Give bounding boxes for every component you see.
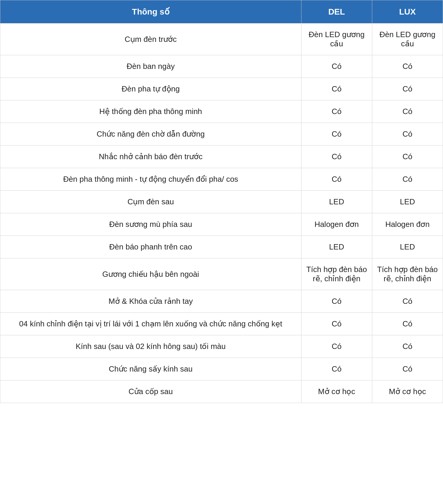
cell-del: Có (301, 123, 372, 146)
cell-del: LED (301, 236, 372, 258)
table-row: Đèn pha thông minh - tự động chuyển đổi … (0, 168, 443, 191)
cell-lux: Có (372, 123, 443, 146)
cell-spec: Gương chiếu hậu bên ngoài (0, 258, 301, 290)
header-spec: Thông số (0, 0, 301, 23)
cell-lux: Có (372, 313, 443, 335)
cell-del: Đèn LED gương cầu (301, 23, 372, 55)
table-row: Cụm đèn trướcĐèn LED gương cầuĐèn LED gư… (0, 23, 443, 55)
table-row: Đèn pha tự độngCóCó (0, 78, 443, 100)
header-row: Thông số DEL LUX (0, 0, 443, 23)
cell-spec: Mở & Khóa cửa rảnh tay (0, 290, 301, 313)
cell-del: Có (301, 55, 372, 78)
cell-lux: Có (372, 358, 443, 380)
cell-spec: Nhắc nhở cảnh báo đèn trước (0, 146, 301, 168)
cell-del: Halogen đơn (301, 213, 372, 236)
cell-lux: LED (372, 191, 443, 213)
table-row: Gương chiếu hậu bên ngoàiTích hợp đèn bá… (0, 258, 443, 290)
cell-del: Có (301, 146, 372, 168)
cell-lux: LED (372, 236, 443, 258)
cell-spec: Đèn pha thông minh - tự động chuyển đổi … (0, 168, 301, 191)
cell-spec: 04 kính chỉnh điện tại vị trí lái với 1 … (0, 313, 301, 335)
table-row: 04 kính chỉnh điện tại vị trí lái với 1 … (0, 313, 443, 335)
cell-lux: Có (372, 100, 443, 123)
table-row: Mở & Khóa cửa rảnh tayCóCó (0, 290, 443, 313)
cell-lux: Có (372, 168, 443, 191)
cell-spec: Cửa cốp sau (0, 380, 301, 403)
cell-lux: Có (372, 335, 443, 358)
cell-lux: Có (372, 78, 443, 100)
cell-del: Mở cơ học (301, 380, 372, 403)
header-del: DEL (301, 0, 372, 23)
cell-lux: Halogen đơn (372, 213, 443, 236)
table-row: Đèn sương mù phía sauHalogen đơnHalogen … (0, 213, 443, 236)
cell-lux: Có (372, 146, 443, 168)
cell-spec: Đèn pha tự động (0, 78, 301, 100)
cell-spec: Đèn ban ngày (0, 55, 301, 78)
cell-spec: Cụm đèn trước (0, 23, 301, 55)
table-row: Cửa cốp sauMở cơ họcMở cơ học (0, 380, 443, 403)
cell-del: Có (301, 358, 372, 380)
table-row: Kính sau (sau và 02 kính hông sau) tối m… (0, 335, 443, 358)
cell-del: Có (301, 78, 372, 100)
cell-del: Có (301, 100, 372, 123)
cell-spec: Chức năng sấy kính sau (0, 358, 301, 380)
cell-del: LED (301, 191, 372, 213)
cell-lux: Đèn LED gương cầu (372, 23, 443, 55)
cell-lux: Có (372, 55, 443, 78)
cell-spec: Cụm đèn sau (0, 191, 301, 213)
cell-spec: Kính sau (sau và 02 kính hông sau) tối m… (0, 335, 301, 358)
specs-table: Thông số DEL LUX Cụm đèn trướcĐèn LED gư… (0, 0, 443, 403)
header-lux: LUX (372, 0, 443, 23)
cell-spec: Chức năng đèn chờ dẫn đường (0, 123, 301, 146)
cell-del: Có (301, 168, 372, 191)
table-wrapper: Thông số DEL LUX Cụm đèn trướcĐèn LED gư… (0, 0, 443, 504)
table-row: Đèn báo phanh trên caoLEDLED (0, 236, 443, 258)
table-row: Nhắc nhở cảnh báo đèn trướcCóCó (0, 146, 443, 168)
cell-spec: Đèn sương mù phía sau (0, 213, 301, 236)
cell-spec: Hệ thống đèn pha thông minh (0, 100, 301, 123)
table-row: Hệ thống đèn pha thông minhCóCó (0, 100, 443, 123)
cell-lux: Có (372, 290, 443, 313)
cell-lux: Mở cơ học (372, 380, 443, 403)
cell-del: Tích hợp đèn báo rẽ, chỉnh điện (301, 258, 372, 290)
cell-del: Có (301, 335, 372, 358)
cell-lux: Tích hợp đèn báo rẽ, chỉnh điện (372, 258, 443, 290)
table-row: Cụm đèn sauLEDLED (0, 191, 443, 213)
cell-spec: Đèn báo phanh trên cao (0, 236, 301, 258)
cell-del: Có (301, 290, 372, 313)
table-row: Chức năng đèn chờ dẫn đườngCóCó (0, 123, 443, 146)
cell-del: Có (301, 313, 372, 335)
table-row: Đèn ban ngàyCóCó (0, 55, 443, 78)
table-row: Chức năng sấy kính sauCóCó (0, 358, 443, 380)
